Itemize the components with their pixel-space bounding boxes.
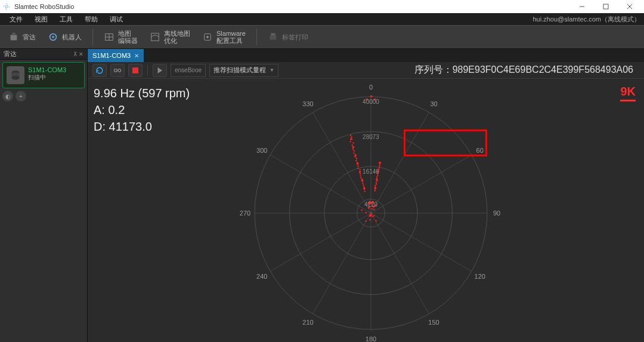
svg-point-14 [206, 36, 209, 38]
range-badge: 9K [620, 85, 636, 101]
svg-point-79 [356, 158, 357, 159]
svg-point-92 [374, 190, 375, 191]
panel-close-icon[interactable]: ✕ [79, 51, 83, 57]
svg-point-76 [357, 164, 358, 165]
svg-point-113 [367, 203, 369, 204]
svg-point-8 [52, 36, 54, 38]
print-icon [268, 32, 278, 42]
app-logo-icon [2, 2, 11, 11]
svg-point-68 [362, 179, 363, 180]
device-card[interactable]: S1M1-COM3 扫描中 [2, 62, 85, 88]
svg-point-64 [364, 187, 365, 188]
svg-point-123 [375, 204, 376, 205]
window-title: Slamtec RoboStudio [14, 3, 74, 10]
svg-line-32 [371, 213, 472, 272]
menu-debug[interactable]: 调试 [104, 15, 129, 24]
serial-number: 序列号：989E93F0C4E69BC2C4E399F568493A06 [414, 64, 639, 76]
toolbar-separator [92, 29, 93, 45]
left-panel: 雷达 ⊼ ✕ S1M1-COM3 扫描中 ◐ + [0, 49, 88, 342]
connect-button[interactable] [110, 64, 125, 77]
offline-map-icon [150, 32, 160, 42]
svg-point-19 [11, 76, 19, 80]
svg-point-93 [374, 189, 376, 190]
tool-slamware-label1: Slamware [216, 30, 246, 37]
svg-point-119 [373, 209, 374, 210]
svg-point-109 [380, 162, 381, 163]
map-editor-icon [104, 32, 114, 42]
tab-close-icon[interactable]: ✕ [134, 53, 139, 59]
maximize-button[interactable] [594, 0, 618, 13]
serial-value: 989E93F0C4E69BC2C4E399F568493A06 [453, 64, 633, 75]
radar-icon [8, 32, 19, 42]
polar-plot[interactable] [240, 82, 502, 342]
svg-point-117 [366, 212, 367, 213]
svg-point-110 [374, 205, 375, 207]
serial-label: 序列号： [414, 64, 453, 75]
svg-point-95 [374, 185, 376, 186]
panel-pin-icon[interactable]: ⊼ [73, 51, 78, 57]
menu-file[interactable]: 文件 [4, 15, 29, 24]
svg-point-94 [374, 187, 376, 188]
device-action-add[interactable]: + [16, 91, 26, 101]
tool-slamware-config[interactable]: Slamware配置工具 [197, 29, 250, 45]
tool-map-editor-label2: 编辑器 [118, 37, 138, 44]
svg-point-62 [364, 190, 365, 192]
svg-point-77 [357, 162, 358, 163]
svg-rect-2 [603, 4, 608, 9]
minimize-button[interactable] [570, 0, 594, 13]
svg-line-36 [270, 213, 371, 272]
tool-radar[interactable]: 雷达 [4, 30, 41, 44]
svg-line-39 [313, 112, 371, 213]
user-status: hui.zhou@slamtec.com（离线模式） [533, 15, 641, 24]
tool-map-editor[interactable]: 地图编辑器 [99, 29, 143, 45]
scan-mode-label: 推荐扫描模式量程 [213, 66, 266, 75]
main-toolbar: 雷达 机器人 地图编辑器 离线地图优化 Slamware配置工具 标签打印 [0, 25, 644, 49]
svg-point-74 [357, 168, 358, 169]
svg-point-101 [377, 175, 378, 176]
svg-point-98 [376, 180, 377, 181]
scan-mode-dropdown[interactable]: 推荐扫描模式量程 ▼ [209, 64, 278, 77]
svg-point-0 [5, 5, 8, 8]
tab-device[interactable]: S1M1-COM3 ✕ [88, 49, 144, 62]
svg-point-89 [351, 138, 352, 140]
stop-button[interactable] [128, 64, 143, 77]
svg-point-73 [360, 169, 361, 170]
svg-point-121 [369, 219, 370, 220]
tool-label-print[interactable]: 标签打印 [263, 30, 313, 44]
svg-point-71 [360, 173, 361, 174]
svg-rect-15 [270, 35, 277, 39]
svg-point-108 [379, 163, 380, 164]
stat-angle: A: 0.2 [94, 101, 190, 118]
svg-rect-12 [151, 33, 159, 41]
svg-rect-16 [271, 33, 275, 36]
menu-bar: 文件 视图 工具 帮助 调试 hui.zhou@slamtec.com（离线模式… [0, 13, 644, 25]
left-panel-header: 雷达 ⊼ ✕ [0, 49, 87, 60]
svg-point-100 [376, 177, 377, 178]
svg-point-105 [378, 168, 379, 170]
svg-point-99 [376, 178, 377, 180]
svg-point-90 [351, 137, 352, 138]
svg-rect-5 [11, 35, 17, 40]
menu-help[interactable]: 帮助 [79, 15, 104, 24]
svg-marker-23 [158, 67, 163, 73]
svg-point-116 [365, 220, 366, 221]
tool-offline-map-label1: 离线地图 [164, 30, 190, 37]
toolbar-separator [256, 29, 257, 45]
svg-point-66 [362, 183, 363, 184]
tool-robot[interactable]: 机器人 [43, 30, 86, 44]
mode-box[interactable]: enseBooe [171, 64, 206, 77]
svg-point-67 [362, 181, 363, 182]
svg-point-122 [369, 206, 370, 207]
svg-point-84 [352, 149, 354, 150]
close-button[interactable] [618, 0, 642, 13]
menu-view[interactable]: 视图 [29, 15, 54, 24]
robot-icon [48, 32, 58, 42]
tool-offline-map[interactable]: 离线地图优化 [145, 29, 195, 45]
device-action-settings[interactable]: ◐ [2, 91, 13, 101]
device-thumb-icon [7, 66, 24, 84]
play-button[interactable] [153, 64, 167, 77]
tool-slamware-label2: 配置工具 [216, 37, 246, 44]
menu-tools[interactable]: 工具 [54, 15, 79, 24]
device-name: S1M1-COM3 [28, 66, 66, 73]
refresh-button[interactable] [92, 64, 107, 77]
